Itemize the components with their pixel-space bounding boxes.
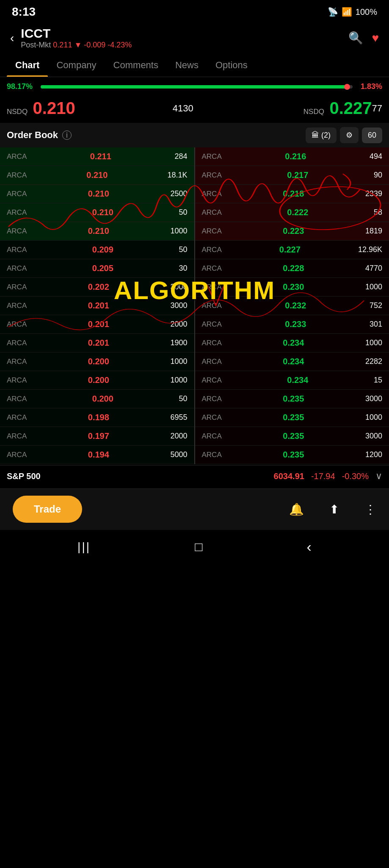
bid-row: ARCA 0.205 30 bbox=[0, 259, 194, 278]
ticker-subtitle: Post-Mkt 0.211 ▼ -0.009 -4.23% bbox=[21, 41, 132, 50]
bid-exchange: NSDQ bbox=[7, 108, 28, 116]
ask-row: ARCA 0.235 3000 bbox=[195, 427, 389, 446]
ask-row: ARCA 0.228 4770 bbox=[195, 259, 389, 278]
header: ‹ ICCT Post-Mkt 0.211 ▼ -0.009 -4.23% 🔍 … bbox=[0, 22, 389, 54]
progress-section: 98.17% 1.83% bbox=[0, 77, 389, 96]
ask-row: ARCA 0.227 12.96K bbox=[195, 241, 389, 259]
ask-row: ARCA 0.232 752 bbox=[195, 297, 389, 315]
post-market-price: 0.211 bbox=[53, 41, 72, 49]
nav-bar: ||| □ ‹ bbox=[0, 530, 389, 560]
header-right: 🔍 ♥ bbox=[348, 31, 379, 45]
ask-row: ARCA 0.217 90 bbox=[195, 166, 389, 185]
status-time: 8:13 bbox=[12, 5, 36, 19]
tab-comments[interactable]: Comments bbox=[105, 54, 167, 77]
bid-row: ARCA 0.209 50 bbox=[0, 241, 194, 259]
depth-number: 60 bbox=[362, 128, 382, 143]
order-book-controls: 🏛 (2) ⚙ 60 bbox=[306, 127, 382, 143]
price-change-pct: -4.23% bbox=[108, 41, 132, 49]
bid-row: ARCA 0.201 1900 bbox=[0, 334, 194, 352]
tab-options[interactable]: Options bbox=[207, 54, 256, 77]
bid-volume: 4130 bbox=[173, 103, 193, 114]
order-book-body: ARCA 0.211 284 ARCA 0.210 18.1K ARCA 0.2… bbox=[0, 147, 389, 464]
ask-exchange: NSDQ bbox=[303, 108, 324, 116]
sp500-pct: -0.30% bbox=[342, 471, 369, 481]
ask-row: ARCA 0.234 2282 bbox=[195, 352, 389, 371]
alert-icon[interactable]: 🔔 bbox=[289, 502, 304, 516]
sp500-data: 6034.91 -17.94 -0.30% ∨ bbox=[274, 471, 382, 482]
bid-row: ARCA 0.210 50 bbox=[0, 203, 194, 222]
bid-row: ARCA 0.210 2500 bbox=[0, 185, 194, 203]
status-icons: 📡 📶 100% bbox=[328, 7, 377, 17]
favorite-icon[interactable]: ♥ bbox=[372, 31, 379, 45]
price-row: NSDQ 0.210 4130 NSDQ 0.227 77 bbox=[0, 96, 389, 123]
ask-price: 0.227 bbox=[329, 99, 372, 117]
ask-row: ARCA 0.233 301 bbox=[195, 315, 389, 334]
order-book-title: Order Book i bbox=[7, 130, 72, 141]
bid-row: ARCA 0.202 3000 bbox=[0, 278, 194, 297]
filter-icon: ⚙ bbox=[346, 130, 353, 140]
ask-row: ARCA 0.235 1200 bbox=[195, 446, 389, 464]
ask-row: ARCA 0.223 1819 bbox=[195, 222, 389, 241]
bid-row: ARCA 0.210 18.1K bbox=[0, 166, 194, 185]
ask-price-block: NSDQ 0.227 bbox=[206, 99, 372, 118]
more-options-icon[interactable]: ⋮ bbox=[364, 502, 376, 516]
order-book-columns: ARCA 0.211 284 ARCA 0.210 18.1K ARCA 0.2… bbox=[0, 147, 389, 464]
bid-row: ARCA 0.211 284 bbox=[0, 147, 194, 166]
nav-back-icon[interactable]: ‹ bbox=[307, 538, 312, 555]
bid-row: ARCA 0.210 1000 bbox=[0, 222, 194, 241]
sp500-price: 6034.91 bbox=[274, 471, 304, 481]
share-icon[interactable]: ⬆ bbox=[329, 502, 339, 516]
ask-row: ARCA 0.234 15 bbox=[195, 371, 389, 390]
filter-button[interactable]: ⚙ bbox=[340, 127, 359, 143]
progress-dot bbox=[344, 84, 350, 90]
tab-company[interactable]: Company bbox=[48, 54, 105, 77]
status-bar: 8:13 📡 📶 100% bbox=[0, 0, 389, 22]
progress-bar bbox=[41, 85, 353, 89]
sp500-change: -17.94 bbox=[311, 471, 335, 481]
bid-row: ARCA 0.201 3000 bbox=[0, 297, 194, 315]
ask-row: ARCA 0.235 1000 bbox=[195, 408, 389, 427]
ask-row: ARCA 0.216 494 bbox=[195, 147, 389, 166]
bid-row: ARCA 0.200 50 bbox=[0, 390, 194, 408]
order-book-label: Order Book bbox=[7, 130, 58, 141]
ticker-symbol: ICCT bbox=[21, 26, 132, 41]
action-bar: Trade 🔔 ⬆ ⋮ bbox=[0, 488, 389, 530]
nav-menu-icon[interactable]: ||| bbox=[77, 540, 91, 554]
location-icon: 📡 bbox=[328, 7, 338, 17]
asks-side: ARCA 0.216 494 ARCA 0.217 90 ARCA 0.218 … bbox=[195, 147, 389, 464]
ticker-info: ICCT Post-Mkt 0.211 ▼ -0.009 -4.23% bbox=[21, 26, 132, 50]
price-change: -0.009 bbox=[84, 41, 105, 49]
tab-bar: Chart Company Comments News Options bbox=[0, 54, 389, 77]
nav-home-icon[interactable]: □ bbox=[195, 540, 202, 554]
sp500-label: S&P 500 bbox=[7, 471, 41, 481]
progress-fill bbox=[41, 85, 347, 89]
ask-row: ARCA 0.222 58 bbox=[195, 203, 389, 222]
chevron-down-icon[interactable]: ∨ bbox=[375, 471, 382, 482]
tab-chart[interactable]: Chart bbox=[7, 54, 48, 77]
tab-news[interactable]: News bbox=[167, 54, 207, 77]
signal-icon: 📶 bbox=[342, 7, 352, 17]
action-icons: 🔔 ⬆ ⋮ bbox=[289, 502, 376, 516]
ask-volume: 77 bbox=[372, 103, 382, 114]
bid-row: ARCA 0.197 2000 bbox=[0, 427, 194, 446]
bids-side: ARCA 0.211 284 ARCA 0.210 18.1K ARCA 0.2… bbox=[0, 147, 194, 464]
bid-row: ARCA 0.201 2000 bbox=[0, 315, 194, 334]
sp500-bar: S&P 500 6034.91 -17.94 -0.30% ∨ bbox=[0, 465, 389, 487]
ask-row: ARCA 0.218 2339 bbox=[195, 185, 389, 203]
bid-row: ARCA 0.200 1000 bbox=[0, 371, 194, 390]
battery-indicator: 100% bbox=[356, 7, 377, 17]
back-button[interactable]: ‹ bbox=[10, 31, 14, 45]
search-icon[interactable]: 🔍 bbox=[348, 31, 363, 45]
header-left: ‹ ICCT Post-Mkt 0.211 ▼ -0.009 -4.23% bbox=[10, 26, 132, 50]
ask-pct: 1.83% bbox=[357, 82, 382, 91]
price-arrow: ▼ bbox=[74, 41, 84, 49]
info-icon[interactable]: i bbox=[62, 130, 72, 140]
bid-row: ARCA 0.198 6955 bbox=[0, 408, 194, 427]
bid-row: ARCA 0.200 1000 bbox=[0, 352, 194, 371]
bid-row: ARCA 0.194 5000 bbox=[0, 446, 194, 464]
ask-row: ARCA 0.234 1000 bbox=[195, 334, 389, 352]
market-label: Post-Mkt bbox=[21, 41, 51, 49]
bank-filter-button[interactable]: 🏛 (2) bbox=[306, 128, 337, 143]
ask-row: ARCA 0.230 1000 bbox=[195, 278, 389, 297]
trade-button[interactable]: Trade bbox=[13, 496, 82, 523]
